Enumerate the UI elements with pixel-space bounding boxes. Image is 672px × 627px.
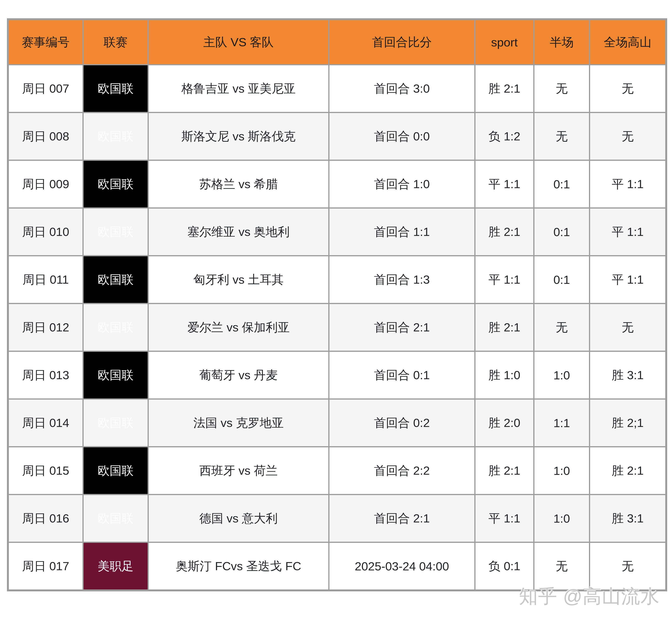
cell-half: 1:1 — [534, 399, 590, 447]
cell-id: 周日 007 — [8, 65, 83, 112]
cell-full: 胜 3:1 — [590, 351, 666, 399]
cell-first-leg: 首回合 1:0 — [329, 160, 475, 208]
cell-first-leg: 首回合 0:1 — [329, 351, 475, 399]
cell-half: 1:0 — [534, 447, 590, 495]
table-row: 周日 014欧国联法国 vs 克罗地亚首回合 0:2胜 2:01:1胜 2;1 — [8, 399, 666, 447]
cell-sport: 平 1:1 — [475, 495, 534, 542]
cell-half: 无 — [534, 65, 590, 112]
cell-id: 周日 015 — [8, 447, 83, 495]
cell-half: 1:0 — [534, 351, 590, 399]
cell-match: 奥斯汀 FCvs 圣迭戈 FC — [148, 542, 329, 591]
table-row: 周日 010欧国联塞尔维亚 vs 奥地利首回合 1:1胜 2:10:1平 1:1 — [8, 208, 666, 256]
cell-sport: 负 0:1 — [475, 542, 534, 591]
cell-sport: 胜 2:1 — [475, 447, 534, 495]
cell-league: 欧国联 — [83, 495, 148, 542]
cell-id: 周日 012 — [8, 303, 83, 351]
header-cell-full: 全场高山 — [590, 19, 666, 65]
table-row: 周日 015欧国联西班牙 vs 荷兰首回合 2:2胜 2:11:0胜 2:1 — [8, 447, 666, 495]
cell-match: 格鲁吉亚 vs 亚美尼亚 — [148, 65, 329, 112]
cell-league: 欧国联 — [83, 351, 148, 399]
cell-league: 欧国联 — [83, 160, 148, 208]
cell-match: 匈牙利 vs 土耳其 — [148, 256, 329, 303]
cell-league: 欧国联 — [83, 256, 148, 303]
cell-match: 爱尔兰 vs 保加利亚 — [148, 303, 329, 351]
cell-full: 平 1:1 — [590, 160, 666, 208]
table-row: 周日 017美职足奥斯汀 FCvs 圣迭戈 FC2025-03-24 04:00… — [8, 542, 666, 591]
cell-half: 无 — [534, 303, 590, 351]
cell-sport: 胜 2:1 — [475, 208, 534, 256]
watermark: 知乎 @高山流水 — [519, 584, 660, 609]
table-row: 周日 009欧国联苏格兰 vs 希腊首回合 1:0平 1:10:1平 1:1 — [8, 160, 666, 208]
cell-league: 欧国联 — [83, 112, 148, 160]
cell-first-leg: 首回合 0:0 — [329, 112, 475, 160]
header-row: 赛事编号 联赛 主队 VS 客队 首回合比分 sport 半场 全场高山 — [8, 19, 666, 65]
cell-first-leg: 首回合 1:1 — [329, 208, 475, 256]
cell-match: 西班牙 vs 荷兰 — [148, 447, 329, 495]
cell-id: 周日 014 — [8, 399, 83, 447]
header-cell-sport: sport — [475, 19, 534, 65]
cell-id: 周日 010 — [8, 208, 83, 256]
cell-first-leg: 首回合 2:2 — [329, 447, 475, 495]
cell-league: 欧国联 — [83, 447, 148, 495]
table-body: 周日 007欧国联格鲁吉亚 vs 亚美尼亚首回合 3:0胜 2:1无无周日 00… — [8, 65, 666, 591]
cell-id: 周日 013 — [8, 351, 83, 399]
cell-match: 斯洛文尼 vs 斯洛伐克 — [148, 112, 329, 160]
cell-full: 无 — [590, 303, 666, 351]
cell-full: 无 — [590, 65, 666, 112]
match-results-table: 赛事编号 联赛 主队 VS 客队 首回合比分 sport 半场 全场高山 周日 … — [7, 18, 667, 592]
cell-league: 欧国联 — [83, 399, 148, 447]
cell-first-leg: 首回合 2:1 — [329, 495, 475, 542]
cell-id: 周日 016 — [8, 495, 83, 542]
table-row: 周日 013欧国联葡萄牙 vs 丹麦首回合 0:1胜 1:01:0胜 3:1 — [8, 351, 666, 399]
header-cell-half: 半场 — [534, 19, 590, 65]
table-row: 周日 012欧国联爱尔兰 vs 保加利亚首回合 2:1胜 2:1无无 — [8, 303, 666, 351]
cell-match: 苏格兰 vs 希腊 — [148, 160, 329, 208]
cell-match: 法国 vs 克罗地亚 — [148, 399, 329, 447]
cell-sport: 胜 2:1 — [475, 65, 534, 112]
table-row: 周日 007欧国联格鲁吉亚 vs 亚美尼亚首回合 3:0胜 2:1无无 — [8, 65, 666, 112]
header-cell-teams: 主队 VS 客队 — [148, 19, 329, 65]
header-cell-league: 联赛 — [83, 19, 148, 65]
cell-full: 平 1:1 — [590, 208, 666, 256]
cell-sport: 平 1:1 — [475, 160, 534, 208]
cell-first-leg: 首回合 0:2 — [329, 399, 475, 447]
cell-full: 平 1:1 — [590, 256, 666, 303]
cell-full: 胜 3:1 — [590, 495, 666, 542]
table-row: 周日 011欧国联匈牙利 vs 土耳其首回合 1:3平 1:10:1平 1:1 — [8, 256, 666, 303]
table-row: 周日 016欧国联德国 vs 意大利首回合 2:1平 1:11:0胜 3:1 — [8, 495, 666, 542]
cell-league: 欧国联 — [83, 303, 148, 351]
cell-full: 胜 2;1 — [590, 399, 666, 447]
header-cell-match-id: 赛事编号 — [8, 19, 83, 65]
cell-half: 无 — [534, 542, 590, 591]
cell-full: 无 — [590, 542, 666, 591]
cell-sport: 胜 2:0 — [475, 399, 534, 447]
cell-half: 1:0 — [534, 495, 590, 542]
cell-first-leg: 首回合 3:0 — [329, 65, 475, 112]
cell-league: 美职足 — [83, 542, 148, 591]
cell-id: 周日 008 — [8, 112, 83, 160]
cell-half: 0:1 — [534, 256, 590, 303]
cell-half: 0:1 — [534, 160, 590, 208]
cell-first-leg: 首回合 2:1 — [329, 303, 475, 351]
cell-first-leg: 2025-03-24 04:00 — [329, 542, 475, 591]
table-row: 周日 008欧国联斯洛文尼 vs 斯洛伐克首回合 0:0负 1:2无无 — [8, 112, 666, 160]
cell-id: 周日 011 — [8, 256, 83, 303]
cell-sport: 负 1:2 — [475, 112, 534, 160]
cell-full: 无 — [590, 112, 666, 160]
cell-league: 欧国联 — [83, 208, 148, 256]
cell-sport: 平 1:1 — [475, 256, 534, 303]
cell-sport: 胜 1:0 — [475, 351, 534, 399]
cell-league: 欧国联 — [83, 65, 148, 112]
cell-id: 周日 009 — [8, 160, 83, 208]
cell-sport: 胜 2:1 — [475, 303, 534, 351]
cell-match: 葡萄牙 vs 丹麦 — [148, 351, 329, 399]
header-cell-first-leg: 首回合比分 — [329, 19, 475, 65]
cell-match: 塞尔维亚 vs 奥地利 — [148, 208, 329, 256]
cell-id: 周日 017 — [8, 542, 83, 591]
cell-first-leg: 首回合 1:3 — [329, 256, 475, 303]
cell-full: 胜 2:1 — [590, 447, 666, 495]
cell-half: 无 — [534, 112, 590, 160]
cell-half: 0:1 — [534, 208, 590, 256]
cell-match: 德国 vs 意大利 — [148, 495, 329, 542]
